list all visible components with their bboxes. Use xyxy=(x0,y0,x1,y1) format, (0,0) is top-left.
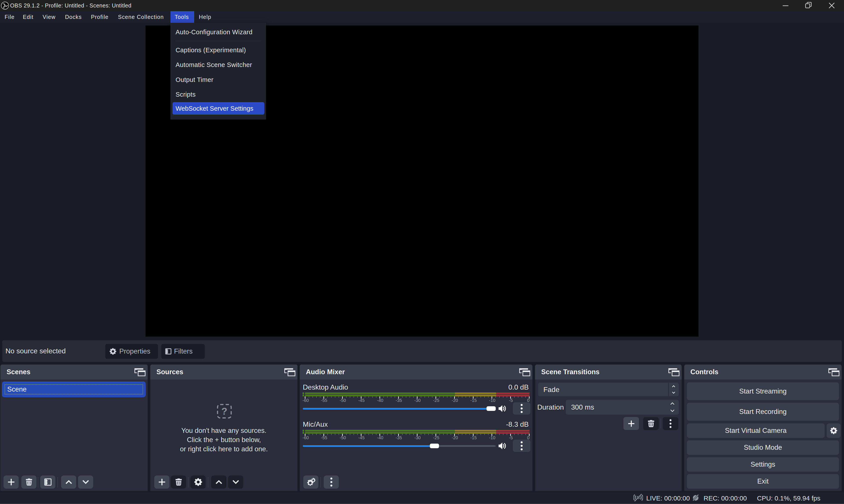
svg-text:?: ? xyxy=(222,406,227,417)
